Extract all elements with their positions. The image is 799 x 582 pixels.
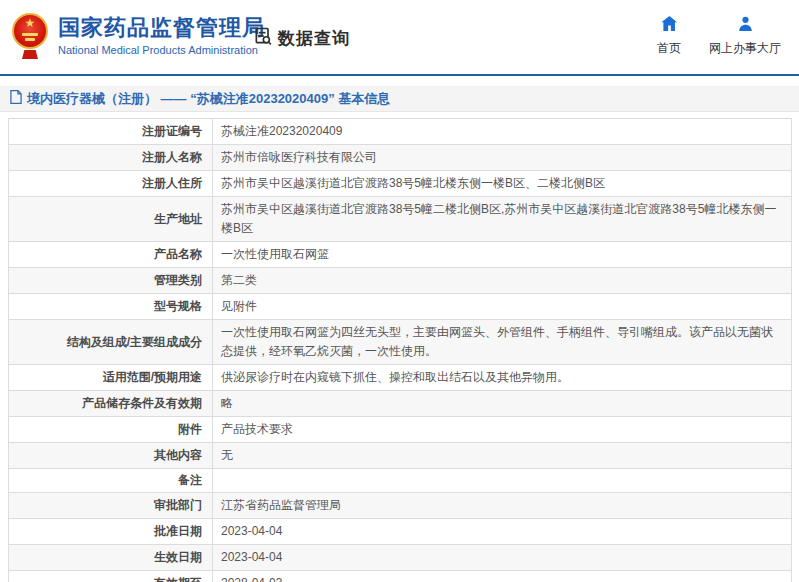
table-row-expiry-date: 有效期至 2028-04-03 <box>9 571 791 582</box>
table-row-approval-dept: 审批部门 江苏省药品监督管理局 <box>9 493 791 519</box>
data-query-label: 数据查询 <box>278 27 350 50</box>
row-value: 2028-04-03 <box>213 571 791 582</box>
table-row-intended-use: 适用范围/预期用途 供泌尿诊疗时在内窥镜下抓住、操控和取出结石以及其他异物用。 <box>9 365 791 391</box>
file-icon <box>10 90 22 108</box>
row-value: 苏州市倍咏医疗科技有限公司 <box>213 145 791 170</box>
row-label: 注册人住所 <box>9 171 213 196</box>
table-row-composition: 结构及组成/主要组成成分 一次性使用取石网篮为四丝无头型，主要由网篮头、外管组件… <box>9 320 791 365</box>
row-value: 无 <box>213 443 791 468</box>
table-row-attachment: 附件 产品技术要求 <box>9 417 791 443</box>
breadcrumb-text: 境内医疗器械（注册） —— “苏械注准20232020409” 基本信息 <box>27 90 390 108</box>
data-query-menu[interactable]: 数据查询 <box>253 26 350 50</box>
row-label: 型号规格 <box>9 294 213 319</box>
nav-home[interactable]: 首页 <box>657 16 681 57</box>
row-value: 产品技术要求 <box>213 417 791 442</box>
site-logo: ★ 国家药品监督管理局 National Medical Products Ad… <box>12 13 265 61</box>
row-label: 其他内容 <box>9 443 213 468</box>
user-icon <box>738 16 753 35</box>
row-label: 备注 <box>9 469 213 492</box>
table-row-registrant-name: 注册人名称 苏州市倍咏医疗科技有限公司 <box>9 145 791 171</box>
row-value: 苏州市吴中区越溪街道北官渡路38号5幢北楼东侧一楼B区、二楼北侧B区 <box>213 171 791 196</box>
table-row-remarks: 备注 <box>9 469 791 493</box>
row-label: 生产地址 <box>9 197 213 241</box>
table-row-reg-no: 注册证编号 苏械注准20232020409 <box>9 119 791 145</box>
row-label: 产品名称 <box>9 242 213 267</box>
top-nav: 首页 网上办事大厅 <box>657 16 781 57</box>
row-label: 产品储存条件及有效期 <box>9 391 213 416</box>
document-search-icon <box>253 26 273 50</box>
table-row-storage: 产品储存条件及有效期 略 <box>9 391 791 417</box>
row-value: 一次性使用取石网篮为四丝无头型，主要由网篮头、外管组件、手柄组件、导引嘴组成。该… <box>213 320 791 364</box>
row-value: 第二类 <box>213 268 791 293</box>
row-value: 2023-04-04 <box>213 545 791 570</box>
home-icon <box>661 16 678 35</box>
row-label: 注册人名称 <box>9 145 213 170</box>
table-row-approval-date: 批准日期 2023-04-04 <box>9 519 791 545</box>
nav-service-hall-label: 网上办事大厅 <box>709 40 781 57</box>
row-value: 江苏省药品监督管理局 <box>213 493 791 518</box>
row-label: 适用范围/预期用途 <box>9 365 213 390</box>
row-value: 苏州市吴中区越溪街道北官渡路38号5幢二楼北侧B区,苏州市吴中区越溪街道北官渡路… <box>213 197 791 241</box>
row-label: 结构及组成/主要组成成分 <box>9 320 213 364</box>
row-label: 审批部门 <box>9 493 213 518</box>
row-value <box>213 478 791 484</box>
row-label: 注册证编号 <box>9 119 213 144</box>
header-divider <box>0 74 799 76</box>
table-row-production-address: 生产地址 苏州市吴中区越溪街道北官渡路38号5幢二楼北侧B区,苏州市吴中区越溪街… <box>9 197 791 242</box>
site-title: 国家药品监督管理局 <box>58 15 265 41</box>
row-value: 供泌尿诊疗时在内窥镜下抓住、操控和取出结石以及其他异物用。 <box>213 365 791 390</box>
row-label: 附件 <box>9 417 213 442</box>
header: ★ 国家药品监督管理局 National Medical Products Ad… <box>0 0 799 74</box>
table-row-product-name: 产品名称 一次性使用取石网篮 <box>9 242 791 268</box>
row-label: 有效期至 <box>9 571 213 582</box>
row-label: 批准日期 <box>9 519 213 544</box>
table-row-management-class: 管理类别 第二类 <box>9 268 791 294</box>
site-subtitle: National Medical Products Administration <box>58 44 265 56</box>
row-value: 略 <box>213 391 791 416</box>
row-value: 2023-04-04 <box>213 519 791 544</box>
breadcrumb: 境内医疗器械（注册） —— “苏械注准20232020409” 基本信息 <box>0 86 799 112</box>
nav-home-label: 首页 <box>657 40 681 57</box>
nav-service-hall[interactable]: 网上办事大厅 <box>709 16 781 57</box>
row-value: 苏械注准20232020409 <box>213 119 791 144</box>
table-row-effective-date: 生效日期 2023-04-04 <box>9 545 791 571</box>
table-row-model-spec: 型号规格 见附件 <box>9 294 791 320</box>
row-value: 见附件 <box>213 294 791 319</box>
national-emblem-icon: ★ <box>12 13 48 61</box>
table-row-other-content: 其他内容 无 <box>9 443 791 469</box>
registration-info-table: 注册证编号 苏械注准20232020409 注册人名称 苏州市倍咏医疗科技有限公… <box>8 118 792 582</box>
row-label: 生效日期 <box>9 545 213 570</box>
row-value: 一次性使用取石网篮 <box>213 242 791 267</box>
row-label: 管理类别 <box>9 268 213 293</box>
table-row-registrant-address: 注册人住所 苏州市吴中区越溪街道北官渡路38号5幢北楼东侧一楼B区、二楼北侧B区 <box>9 171 791 197</box>
